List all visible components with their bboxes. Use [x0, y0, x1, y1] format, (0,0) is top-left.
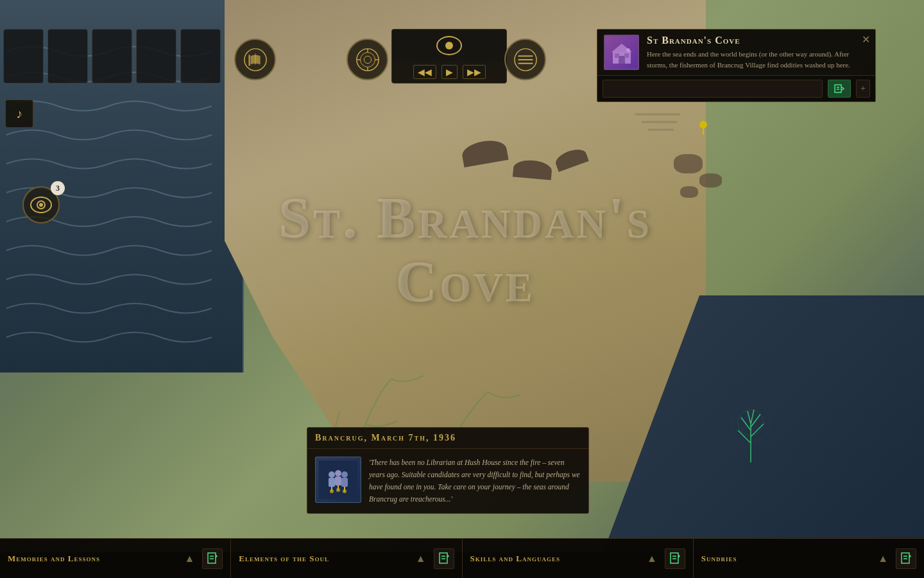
skills-book-icon: [669, 552, 681, 565]
skills-arrow-up[interactable]: ▲: [644, 550, 660, 567]
svg-rect-43: [341, 478, 348, 487]
bottom-bar: Memories and Lessons ▲ Elements of the S…: [0, 538, 924, 578]
compass-icon-button[interactable]: [346, 39, 388, 80]
svg-rect-59: [902, 553, 909, 563]
vision-badge: 3: [51, 181, 65, 195]
vision-button-container: 3: [22, 186, 60, 223]
card-slot-1[interactable]: [3, 29, 44, 83]
svg-rect-34: [835, 85, 841, 92]
rock-2: [699, 173, 722, 188]
svg-line-9: [751, 410, 754, 424]
media-forward-button[interactable]: ▶▶: [463, 65, 486, 79]
svg-point-49: [343, 489, 346, 493]
svg-point-45: [330, 489, 334, 493]
memories-book-button[interactable]: [202, 548, 223, 569]
popup-title-area: St Brandan's Cove Here the sea ends and …: [647, 35, 869, 70]
svg-point-42: [341, 471, 348, 478]
event-popup: Brancrug, March 7th, 1936 ': [307, 427, 589, 514]
sundries-book-button[interactable]: [896, 548, 916, 569]
svg-line-4: [738, 430, 751, 443]
svg-line-5: [751, 424, 764, 437]
elements-arrow-up[interactable]: ▲: [413, 550, 429, 567]
svg-point-38: [329, 471, 335, 478]
popup-action-button[interactable]: [828, 80, 851, 98]
music-icon: ♪: [16, 107, 22, 121]
memories-label: Memories and Lessons: [8, 554, 176, 564]
book-icon-button[interactable]: [234, 39, 276, 80]
location-popup: St Brandan's Cove Here the sea ends and …: [597, 29, 876, 102]
sundries-book-icon: [900, 552, 912, 565]
card-slot-4[interactable]: [136, 29, 176, 83]
rock-3: [680, 186, 698, 198]
event-body: 'There has been no Librarian at Hush Hou…: [307, 449, 588, 513]
media-panel: ◀◀ ▶ ▶▶: [391, 29, 507, 83]
card-slot-2[interactable]: [47, 29, 88, 83]
music-button[interactable]: ♪: [5, 100, 33, 128]
popup-header: St Brandan's Cove Here the sea ends and …: [597, 30, 875, 76]
sundries-arrow-up[interactable]: ▲: [875, 550, 891, 567]
media-controls: ◀◀ ▶ ▶▶: [409, 61, 490, 83]
event-image: [315, 457, 361, 503]
popup-close-button[interactable]: ✕: [862, 33, 870, 46]
svg-rect-31: [615, 53, 619, 58]
event-header: Brancrug, March 7th, 1936: [307, 428, 588, 449]
svg-point-40: [335, 470, 341, 477]
svg-rect-13: [248, 55, 250, 66]
media-eye-icon: [436, 36, 462, 55]
elements-book-icon: [438, 552, 450, 565]
popup-description: Here the sea ends and the world begins (…: [647, 49, 869, 70]
card-slots: [3, 29, 221, 83]
bottom-section-skills: Skills and Languages ▲: [463, 539, 694, 578]
deco-lines: [629, 108, 687, 140]
media-play-button[interactable]: ▶: [441, 65, 458, 79]
popup-more-button[interactable]: +: [856, 80, 870, 98]
svg-rect-32: [624, 53, 629, 58]
settings-icon-button[interactable]: [504, 39, 546, 80]
popup-title: St Brandan's Cove: [647, 35, 869, 46]
popup-action-icon: [833, 82, 846, 95]
map-pin[interactable]: [699, 121, 707, 134]
glowing-tree: [725, 385, 776, 462]
card-slot-5[interactable]: [180, 29, 221, 83]
popup-location-icon: [604, 35, 639, 70]
elements-book-button[interactable]: [434, 548, 454, 569]
vision-eye-icon: [30, 197, 52, 213]
skills-label: Skills and Languages: [470, 554, 639, 564]
svg-point-16: [364, 56, 371, 63]
svg-point-47: [336, 488, 340, 492]
rock-1: [674, 154, 703, 173]
svg-rect-39: [329, 478, 335, 487]
svg-rect-50: [208, 553, 216, 563]
svg-rect-56: [671, 553, 678, 563]
bottom-section-elements: Elements of the Soul ▲: [231, 539, 462, 578]
svg-line-8: [748, 411, 751, 424]
popup-progress-bar: [603, 80, 823, 98]
popup-footer: +: [597, 76, 875, 101]
skills-book-button[interactable]: [665, 548, 685, 569]
media-display: [392, 30, 506, 61]
event-image-icon: [319, 460, 357, 499]
elements-label: Elements of the Soul: [239, 554, 407, 564]
event-text: 'There has been no Librarian at Hush Hou…: [369, 457, 581, 505]
media-back-button[interactable]: ◀◀: [413, 65, 436, 79]
svg-point-33: [626, 48, 630, 52]
card-slot-3[interactable]: [92, 29, 132, 83]
memories-book-icon: [207, 552, 218, 565]
sundries-label: Sundries: [701, 554, 870, 564]
bottom-section-memories: Memories and Lessons ▲: [0, 539, 231, 578]
svg-rect-53: [440, 553, 447, 563]
memories-arrow-up[interactable]: ▲: [182, 550, 197, 567]
bottom-section-sundries: Sundries ▲: [694, 539, 924, 578]
svg-point-27: [39, 203, 43, 207]
svg-rect-41: [335, 477, 341, 486]
